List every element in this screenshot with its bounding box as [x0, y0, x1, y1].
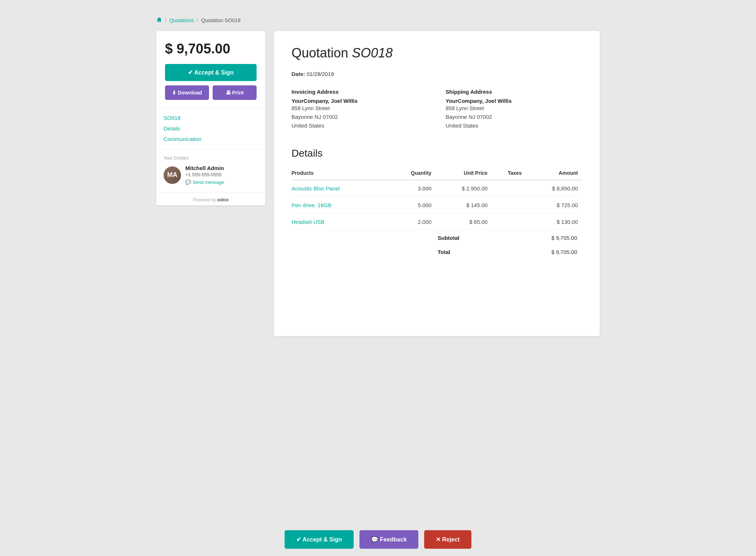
quotation-title: Quotation SO018 [291, 45, 582, 61]
shipping-city: Bayonne NJ 07002 [446, 113, 582, 121]
subtotal-label: Subtotal [438, 231, 523, 245]
sidebar: $ 9,705.00 ✔ Accept & Sign ⬇ Download 🖶 … [156, 31, 265, 205]
product-link-2[interactable]: Headset USB [291, 219, 325, 225]
product-name-0[interactable]: Acoustic Bloc Panel [291, 180, 389, 197]
contact-name: Mitchell Admin [185, 165, 224, 171]
shipping-address-block: Shipping Address YourCompany, Joel Willi… [446, 89, 582, 130]
home-icon[interactable] [156, 17, 162, 24]
invoicing-company: YourCompany, Joel Willis [291, 98, 428, 104]
avatar-placeholder: MA [164, 166, 181, 184]
footer-reject-button[interactable]: ✕ Reject [424, 530, 471, 549]
breadcrumb-sep1: / [165, 17, 166, 23]
total-label: Total [438, 245, 523, 259]
subtotal-value: $ 9,705.00 [523, 231, 582, 245]
shipping-address-label: Shipping Address [446, 89, 582, 95]
product-unit-price-2: $ 65.00 [436, 214, 492, 230]
table-row: Pen drive, 16GB 5.000 $ 145.00 $ 725.00 [291, 197, 582, 214]
breadcrumb-current: Quotation SO018 [201, 17, 241, 23]
product-unit-price-1: $ 145.00 [436, 197, 492, 214]
invoicing-country: United States [291, 121, 428, 130]
contact-info: MA Mitchell Admin +1 555-555-5555 💬 Send… [164, 165, 258, 185]
sidebar-card: $ 9,705.00 ✔ Accept & Sign ⬇ Download 🖶 … [156, 31, 265, 205]
contact-phone: +1 555-555-5555 [185, 172, 224, 177]
product-name-2[interactable]: Headset USB [291, 214, 389, 230]
main-layout: $ 9,705.00 ✔ Accept & Sign ⬇ Download 🖶 … [156, 31, 600, 336]
col-products: Products [291, 166, 389, 180]
send-message-label: Send message [193, 180, 224, 185]
product-amount-2: $ 130.00 [526, 214, 582, 230]
product-quantity-1: 5.000 [389, 197, 436, 214]
footer-bar: ✔ Accept & Sign 💬 Feedback ✕ Reject [0, 523, 756, 556]
table-row: Headset USB 2.000 $ 65.00 $ 130.00 [291, 214, 582, 230]
subtotal-row: Subtotal $ 9,705.00 [438, 231, 582, 245]
print-button[interactable]: 🖶 Print [213, 85, 257, 100]
total-value: $ 9,705.00 [523, 245, 582, 259]
breadcrumb-quotations[interactable]: Quotations [169, 17, 194, 23]
address-section: Invoicing Address YourCompany, Joel Will… [291, 89, 582, 130]
shipping-company: YourCompany, Joel Willis [446, 98, 582, 104]
footer-feedback-button[interactable]: 💬 Feedback [359, 530, 418, 549]
send-message-link[interactable]: 💬 Send message [185, 180, 224, 185]
contact-details: Mitchell Admin +1 555-555-5555 💬 Send me… [185, 165, 224, 185]
footer-accept-sign-button[interactable]: ✔ Accept & Sign [285, 530, 353, 549]
powered-by: Powered by odoo [156, 192, 265, 205]
col-quantity: Quantity [389, 166, 436, 180]
col-taxes: Taxes [492, 166, 526, 180]
products-table: Products Quantity Unit Price Taxes Amoun… [291, 166, 582, 230]
total-row: Total $ 9,705.00 [438, 245, 582, 259]
invoicing-address-label: Invoicing Address [291, 89, 428, 95]
download-button[interactable]: ⬇ Download [165, 85, 209, 100]
price-section: $ 9,705.00 ✔ Accept & Sign ⬇ Download 🖶 … [156, 31, 265, 108]
product-amount-1: $ 725.00 [526, 197, 582, 214]
odoo-logo: odoo [217, 197, 229, 202]
main-content: Quotation SO018 Date: 01/28/2019 Invoici… [274, 31, 600, 336]
accept-sign-button[interactable]: ✔ Accept & Sign [165, 64, 257, 81]
product-link-0[interactable]: Acoustic Bloc Panel [291, 185, 340, 192]
product-amount-0: $ 8,850.00 [526, 180, 582, 197]
table-row: Acoustic Bloc Panel 3.000 $ 2,950.00 $ 8… [291, 180, 582, 197]
avatar: MA [164, 166, 181, 184]
product-quantity-2: 2.000 [389, 214, 436, 230]
contact-section: Your Contact MA Mitchell Admin +1 555-55… [156, 150, 265, 192]
col-unit-price: Unit Price [436, 166, 492, 180]
button-row: ⬇ Download 🖶 Print [165, 85, 257, 100]
shipping-street: 858 Lynn Street [446, 104, 582, 113]
details-heading: Details [291, 148, 582, 159]
sidebar-item-communication[interactable]: Communication [164, 134, 258, 144]
invoicing-address-block: Invoicing Address YourCompany, Joel Will… [291, 89, 428, 130]
breadcrumb-sep2: / [197, 17, 198, 23]
product-name-1[interactable]: Pen drive, 16GB [291, 197, 389, 214]
product-quantity-0: 3.000 [389, 180, 436, 197]
product-unit-price-0: $ 2,950.00 [436, 180, 492, 197]
product-taxes-0 [492, 180, 526, 197]
invoicing-city: Bayonne NJ 07002 [291, 113, 428, 121]
contact-label: Your Contact [164, 156, 258, 161]
invoicing-street: 858 Lynn Street [291, 104, 428, 113]
breadcrumb: / Quotations / Quotation SO018 [156, 11, 600, 31]
shipping-country: United States [446, 121, 582, 130]
product-taxes-1 [492, 197, 526, 214]
product-taxes-2 [492, 214, 526, 230]
col-amount: Amount [526, 166, 582, 180]
quotation-date: Date: 01/28/2019 [291, 71, 582, 77]
table-header-row: Products Quantity Unit Price Taxes Amoun… [291, 166, 582, 180]
sidebar-item-so018[interactable]: SO018 [164, 113, 258, 122]
details-section: Details Products Quantity Unit Price Tax… [291, 148, 582, 259]
sidebar-nav: SO018 Details Communication [156, 108, 265, 150]
totals-table: Subtotal $ 9,705.00 Total $ 9,705.00 [437, 230, 582, 259]
product-link-1[interactable]: Pen drive, 16GB [291, 202, 331, 208]
chat-icon: 💬 [185, 180, 191, 185]
price-amount: $ 9,705.00 [165, 41, 257, 57]
sidebar-item-details[interactable]: Details [164, 124, 258, 133]
